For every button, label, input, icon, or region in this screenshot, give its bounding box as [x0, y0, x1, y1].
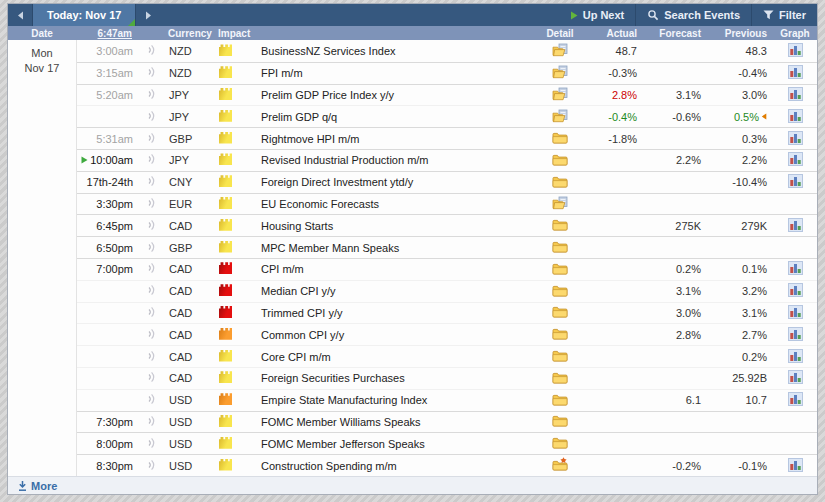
graph-icon[interactable] — [788, 218, 803, 232]
speaker-icon[interactable] — [147, 459, 156, 471]
speaker-icon[interactable] — [147, 197, 156, 209]
event-title[interactable]: Construction Spending m/m — [261, 460, 397, 472]
event-title[interactable]: EU Economic Forecasts — [261, 198, 379, 210]
graph-icon[interactable] — [788, 283, 803, 297]
previous-cell: 25.92B — [707, 372, 773, 384]
speaker-icon[interactable] — [147, 66, 156, 78]
event-cell: Empire State Manufacturing Index — [253, 394, 535, 406]
folder-icon[interactable] — [552, 284, 568, 297]
event-title[interactable]: FPI m/m — [261, 67, 303, 79]
folder-icon[interactable] — [552, 327, 568, 340]
event-title[interactable]: Rightmove HPI m/m — [261, 133, 359, 145]
up-next-button[interactable]: Up Next — [559, 4, 636, 26]
event-title[interactable]: Median CPI y/y — [261, 285, 336, 297]
search-events-button[interactable]: Search Events — [635, 4, 751, 26]
folder-icon[interactable] — [552, 218, 568, 231]
currency-label: NZD — [163, 67, 213, 79]
forecast-value: 2.2% — [676, 154, 701, 166]
previous-value: 0.5% — [734, 111, 759, 123]
event-title[interactable]: CPI m/m — [261, 263, 304, 275]
speaker-icon[interactable] — [147, 132, 156, 144]
event-title[interactable]: BusinessNZ Services Index — [261, 45, 396, 57]
actual-value: 48.7 — [616, 45, 637, 57]
event-title[interactable]: Revised Industrial Production m/m — [261, 154, 429, 166]
graph-icon[interactable] — [788, 349, 803, 363]
filter-funnel-icon — [763, 10, 774, 20]
speaker-icon[interactable] — [147, 88, 156, 100]
folder-icon[interactable] — [552, 153, 568, 166]
speaker-icon[interactable] — [147, 44, 156, 56]
calendar-row: 5:20amJPYPrelim GDP Price Index y/y2.8%3… — [8, 84, 817, 106]
current-time-link[interactable]: 6:47am — [98, 28, 132, 39]
folder-open-icon[interactable] — [552, 196, 569, 210]
speaker-icon[interactable] — [147, 437, 156, 449]
calendar-row: CADCore CPI m/m0.2% — [8, 345, 817, 367]
graph-icon[interactable] — [788, 392, 803, 406]
speaker-icon[interactable] — [147, 350, 156, 362]
graph-icon[interactable] — [788, 174, 803, 188]
folder-icon[interactable] — [552, 393, 568, 406]
speaker-icon[interactable] — [147, 175, 156, 187]
event-title[interactable]: Core CPI m/m — [261, 351, 331, 363]
event-title[interactable]: FOMC Member Jefferson Speaks — [261, 438, 425, 450]
filter-button[interactable]: Filter — [751, 4, 817, 26]
event-title[interactable]: MPC Member Mann Speaks — [261, 242, 399, 254]
time-label: 6:45pm — [96, 220, 133, 232]
graph-icon[interactable] — [788, 65, 803, 79]
speaker-icon[interactable] — [147, 284, 156, 296]
event-title[interactable]: Common CPI y/y — [261, 329, 344, 341]
event-title[interactable]: Trimmed CPI y/y — [261, 307, 343, 319]
speaker-icon[interactable] — [147, 262, 156, 274]
graph-icon[interactable] — [788, 87, 803, 101]
speaker-icon[interactable] — [147, 219, 156, 231]
graph-icon[interactable] — [788, 109, 803, 123]
folder-icon[interactable] — [552, 305, 568, 318]
speaker-icon[interactable] — [147, 306, 156, 318]
event-title[interactable]: Prelim GDP Price Index y/y — [261, 89, 394, 101]
row-cells: 6:50pmGBPMPC Member Mann Speaks — [77, 236, 817, 258]
folder-star-icon[interactable] — [552, 457, 569, 472]
folder-icon[interactable] — [552, 240, 568, 253]
graph-cell — [773, 218, 817, 234]
time-label: 7:00pm — [96, 263, 133, 275]
speaker-icon[interactable] — [147, 153, 156, 165]
speaker-icon[interactable] — [147, 241, 156, 253]
folder-icon[interactable] — [552, 349, 568, 362]
speaker-icon[interactable] — [147, 328, 156, 340]
prev-day-button[interactable] — [8, 4, 32, 26]
speaker-icon[interactable] — [147, 371, 156, 383]
graph-icon[interactable] — [788, 261, 803, 275]
event-title[interactable]: Foreign Direct Investment ytd/y — [261, 176, 413, 188]
graph-icon[interactable] — [788, 152, 803, 166]
graph-icon[interactable] — [788, 305, 803, 319]
more-link[interactable]: More — [18, 480, 57, 492]
folder-open-icon[interactable] — [552, 109, 569, 123]
next-day-button[interactable] — [136, 4, 160, 26]
today-button[interactable]: Today: Nov 17 — [32, 4, 136, 26]
folder-open-icon[interactable] — [552, 43, 569, 57]
graph-icon[interactable] — [788, 370, 803, 384]
date-column-spacer — [8, 236, 77, 258]
folder-icon[interactable] — [552, 262, 568, 275]
folder-icon[interactable] — [552, 414, 568, 427]
graph-icon[interactable] — [788, 458, 803, 472]
previous-cell: 48.3 — [707, 45, 773, 57]
graph-icon[interactable] — [788, 43, 803, 57]
event-title[interactable]: Prelim GDP q/q — [261, 111, 337, 123]
folder-icon[interactable] — [552, 436, 568, 449]
speaker-icon[interactable] — [147, 393, 156, 405]
download-arrow-icon — [18, 481, 27, 491]
event-title[interactable]: Empire State Manufacturing Index — [261, 394, 427, 406]
folder-icon[interactable] — [552, 131, 568, 144]
graph-icon[interactable] — [788, 327, 803, 341]
event-title[interactable]: Foreign Securities Purchases — [261, 372, 405, 384]
graph-icon[interactable] — [788, 131, 803, 145]
folder-icon[interactable] — [552, 371, 568, 384]
speaker-icon[interactable] — [147, 110, 156, 122]
folder-open-icon[interactable] — [552, 65, 569, 79]
folder-icon[interactable] — [552, 175, 568, 188]
event-title[interactable]: FOMC Member Williams Speaks — [261, 416, 421, 428]
speaker-icon[interactable] — [147, 415, 156, 427]
event-title[interactable]: Housing Starts — [261, 220, 333, 232]
folder-open-icon[interactable] — [552, 87, 569, 101]
